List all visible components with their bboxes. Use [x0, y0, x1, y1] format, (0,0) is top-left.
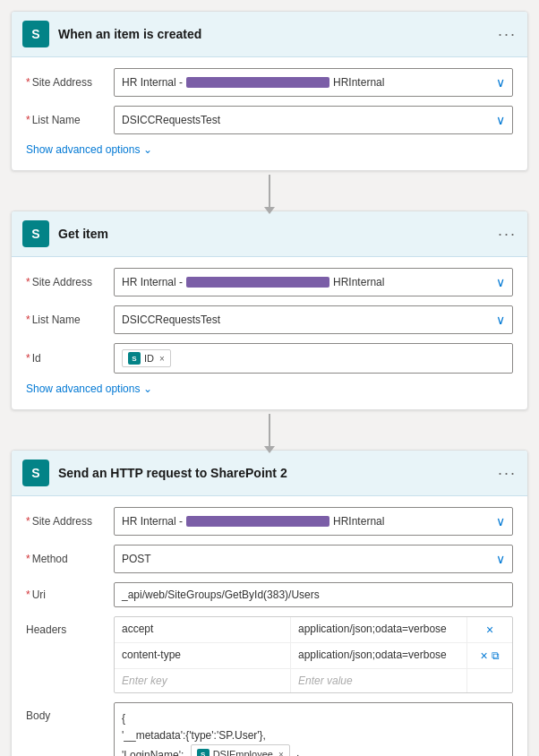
getitem-list-name-value: DSICCRequestsTest: [122, 314, 492, 326]
getitem-id-chip: S ID ×: [122, 349, 171, 367]
getitem-show-advanced[interactable]: Show advanced options ⌄: [26, 382, 513, 395]
headers-value-1[interactable]: application/json;odata=verbose: [291, 617, 467, 642]
connector-arrow-2: [269, 414, 270, 446]
getitem-show-advanced-chevron: ⌄: [143, 382, 152, 395]
http-body-input[interactable]: { '__metadata':{'type':'SP.User'}, 'Logi…: [114, 702, 513, 756]
http-uri-row: *Uri _api/web/SiteGroups/GetById(383)/Us…: [26, 582, 513, 607]
http-site-address-label: *Site Address: [26, 515, 107, 528]
trigger-show-advanced-label: Show advanced options: [26, 143, 140, 156]
body-line-3: 'LoginName': S DSIEmployee × ·: [122, 744, 505, 756]
trigger-site-address-label: *Site Address: [26, 76, 107, 89]
getitem-site-address-chevron: ∨: [496, 275, 505, 289]
headers-key-1[interactable]: accept: [115, 617, 291, 642]
trigger-list-name-value: DSICCRequestsTest: [122, 114, 492, 126]
http-method-chevron: ∨: [496, 552, 505, 566]
getitem-id-row: *Id S ID ×: [26, 343, 513, 374]
trigger-title: When an item is created: [58, 27, 201, 41]
getitem-site-address-input[interactable]: HR Internal - HRInternal ∨: [114, 268, 513, 296]
headers-copy-2[interactable]: ⧉: [492, 649, 500, 662]
getitem-list-name-input[interactable]: DSICCRequestsTest ∨: [114, 305, 513, 334]
http-body-row: Body { '__metadata':{'type':'SP.User'}, …: [26, 702, 513, 756]
http-card-body: *Site Address HR Internal - HRInternal ∨…: [12, 496, 527, 756]
body-line-2: '__metadata':{'type':'SP.User'},: [122, 727, 505, 744]
getitem-icon: S: [22, 220, 49, 247]
headers-key-3[interactable]: Enter key: [115, 669, 291, 692]
headers-row-1: accept application/json;odata=verbose ×: [115, 617, 512, 643]
headers-row-3: Enter key Enter value: [115, 669, 512, 692]
getitem-id-input[interactable]: S ID ×: [114, 343, 513, 374]
trigger-icon: S: [22, 21, 49, 47]
trigger-header-left: S When an item is created: [22, 21, 201, 47]
trigger-site-address-chevron: ∨: [496, 75, 505, 90]
body-chip-label: DSIEmployee: [213, 747, 273, 756]
http-uri-input[interactable]: _api/web/SiteGroups/GetById(383)/Users: [114, 582, 513, 607]
trigger-show-advanced-chevron: ⌄: [143, 143, 152, 156]
http-site-address-blur: [186, 516, 329, 527]
trigger-show-advanced[interactable]: Show advanced options ⌄: [26, 143, 513, 156]
headers-row-2: content-type application/json;odata=verb…: [115, 643, 512, 669]
getitem-site-address-blur: [186, 277, 329, 288]
getitem-id-chip-icon: S: [128, 352, 141, 365]
http-uri-label: *Uri: [26, 588, 107, 601]
http-header-left: S Send an HTTP request to SharePoint 2: [22, 460, 287, 486]
getitem-list-name-chevron: ∨: [496, 313, 505, 327]
trigger-card-header: S When an item is created ···: [12, 12, 527, 57]
arrow-1: [269, 171, 270, 210]
http-icon: S: [22, 460, 49, 486]
http-card: S Send an HTTP request to SharePoint 2 ·…: [11, 450, 528, 756]
headers-key-2[interactable]: content-type: [115, 643, 291, 668]
trigger-card: S When an item is created ··· *Site Addr…: [11, 11, 528, 171]
getitem-title: Get item: [58, 227, 108, 241]
getitem-show-advanced-label: Show advanced options: [26, 382, 140, 395]
http-site-address-chevron: ∨: [496, 514, 505, 528]
getitem-site-address-label: *Site Address: [26, 276, 107, 288]
trigger-list-name-label: *List Name: [26, 114, 107, 126]
http-method-value: POST: [122, 553, 492, 565]
body-chip-icon: S: [197, 749, 210, 756]
getitem-card-header: S Get item ···: [12, 211, 527, 257]
http-method-row: *Method POST ∨: [26, 545, 513, 573]
getitem-menu-button[interactable]: ···: [498, 226, 517, 242]
getitem-site-address-row: *Site Address HR Internal - HRInternal ∨: [26, 268, 513, 296]
trigger-menu-button[interactable]: ···: [498, 26, 517, 42]
getitem-id-chip-close[interactable]: ×: [159, 354, 165, 364]
getitem-list-name-label: *List Name: [26, 314, 107, 326]
headers-actions-1: ×: [467, 617, 512, 642]
trigger-card-body: *Site Address HR Internal - HRInternal ∨…: [12, 57, 527, 170]
headers-actions-2: × ⧉: [467, 643, 512, 668]
connector-arrow-1: [269, 175, 270, 207]
headers-delete-2[interactable]: ×: [480, 649, 487, 663]
getitem-id-chip-label: ID: [144, 353, 154, 364]
http-title: Send an HTTP request to SharePoint 2: [58, 466, 287, 480]
trigger-site-address-blur: [186, 77, 329, 88]
http-headers-label: Headers: [26, 616, 107, 636]
getitem-id-label: *Id: [26, 352, 107, 365]
http-body-label: Body: [26, 702, 107, 722]
trigger-list-name-chevron: ∨: [496, 113, 505, 127]
body-chip: S DSIEmployee ×: [191, 744, 290, 756]
http-method-label: *Method: [26, 553, 107, 565]
http-method-input[interactable]: POST ∨: [114, 545, 513, 573]
getitem-card: S Get item ··· *Site Address HR Internal…: [11, 210, 528, 410]
headers-key-placeholder: Enter key: [122, 674, 167, 687]
trigger-site-address-row: *Site Address HR Internal - HRInternal ∨: [26, 68, 513, 97]
http-headers-table: accept application/json;odata=verbose × …: [114, 616, 513, 693]
body-chip-close[interactable]: ×: [278, 748, 284, 756]
getitem-header-left: S Get item: [22, 220, 108, 247]
trigger-list-name-row: *List Name DSICCRequestsTest ∨: [26, 106, 513, 134]
http-uri-value: _api/web/SiteGroups/GetById(383)/Users: [122, 588, 320, 601]
getitem-list-name-row: *List Name DSICCRequestsTest ∨: [26, 305, 513, 334]
headers-actions-3: [467, 669, 512, 692]
arrow-2: [269, 410, 270, 450]
http-site-address-input[interactable]: HR Internal - HRInternal ∨: [114, 507, 513, 536]
headers-value-3[interactable]: Enter value: [291, 669, 467, 692]
http-card-header: S Send an HTTP request to SharePoint 2 ·…: [12, 451, 527, 496]
trigger-list-name-input[interactable]: DSICCRequestsTest ∨: [114, 106, 513, 134]
getitem-card-body: *Site Address HR Internal - HRInternal ∨…: [12, 257, 527, 409]
headers-delete-1[interactable]: ×: [486, 623, 493, 637]
http-menu-button[interactable]: ···: [498, 465, 517, 481]
headers-value-2[interactable]: application/json;odata=verbose: [291, 643, 467, 668]
http-site-address-row: *Site Address HR Internal - HRInternal ∨: [26, 507, 513, 536]
body-line-1: {: [122, 710, 505, 727]
trigger-site-address-input[interactable]: HR Internal - HRInternal ∨: [114, 68, 513, 97]
